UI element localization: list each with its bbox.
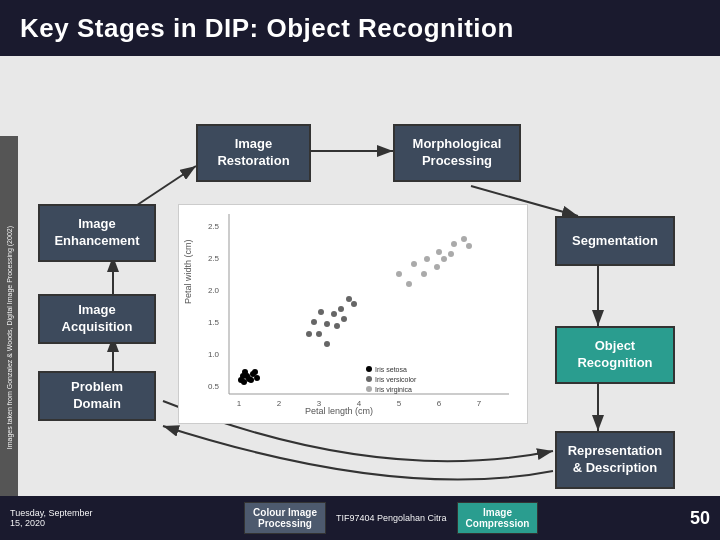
morphological-processing-box: Morphological Processing xyxy=(393,124,521,182)
svg-point-47 xyxy=(318,309,324,315)
content-area: Images taken from Gonzalez & Woods, Digi… xyxy=(0,56,720,540)
page-number: 50 xyxy=(690,508,710,529)
slide: Key Stages in DIP: Object Recognition Im… xyxy=(0,0,720,540)
svg-point-62 xyxy=(366,376,372,382)
svg-point-60 xyxy=(366,366,372,372)
svg-point-59 xyxy=(466,243,472,249)
svg-point-34 xyxy=(252,369,258,375)
svg-text:0.5: 0.5 xyxy=(208,382,220,391)
object-recognition-box: Object Recognition xyxy=(555,326,675,384)
image-acquisition-box: Image Acquisition xyxy=(38,294,156,344)
diagram: Image Restoration Morphological Processi… xyxy=(18,56,720,540)
svg-point-53 xyxy=(461,236,467,242)
slide-header: Key Stages in DIP: Object Recognition xyxy=(0,0,720,56)
image-enhancement-box: Image Enhancement xyxy=(38,204,156,262)
course-code-label: TIF97404 Pengolahan Citra xyxy=(336,513,447,523)
segmentation-box: Segmentation xyxy=(555,216,675,266)
image-restoration-box: Image Restoration xyxy=(196,124,311,182)
svg-point-48 xyxy=(396,271,402,277)
svg-text:4: 4 xyxy=(357,399,362,408)
bottom-boxes: Colour Image Processing TIF97404 Pengola… xyxy=(244,502,538,534)
svg-text:2.5: 2.5 xyxy=(208,254,220,263)
svg-point-42 xyxy=(334,323,340,329)
center-scatter-image: Petal width (cm) Petal length (cm) 0.5 1… xyxy=(178,204,528,424)
svg-text:3: 3 xyxy=(317,399,322,408)
scatter-plot-svg: Petal width (cm) Petal length (cm) 0.5 1… xyxy=(179,204,527,424)
svg-point-43 xyxy=(346,296,352,302)
side-label: Images taken from Gonzalez & Woods, Digi… xyxy=(0,136,18,540)
svg-text:Iris versicolor: Iris versicolor xyxy=(375,376,417,383)
representation-description-box: Representation & Description xyxy=(555,431,675,489)
svg-point-56 xyxy=(441,256,447,262)
svg-point-54 xyxy=(421,271,427,277)
slide-title: Key Stages in DIP: Object Recognition xyxy=(20,13,514,44)
svg-point-35 xyxy=(240,373,246,379)
svg-point-57 xyxy=(434,264,440,270)
svg-point-39 xyxy=(338,306,344,312)
bottom-bar: Tuesday, September 15, 2020 Colour Image… xyxy=(0,496,720,540)
image-compression-box: Image Compression xyxy=(457,502,539,534)
svg-point-51 xyxy=(436,249,442,255)
svg-point-41 xyxy=(311,319,317,325)
svg-point-64 xyxy=(366,386,372,392)
svg-point-37 xyxy=(324,321,330,327)
svg-text:Iris setosa: Iris setosa xyxy=(375,366,407,373)
svg-point-38 xyxy=(331,311,337,317)
svg-point-46 xyxy=(306,331,312,337)
svg-text:2: 2 xyxy=(277,399,282,408)
svg-text:2.0: 2.0 xyxy=(208,286,220,295)
svg-point-55 xyxy=(406,281,412,287)
svg-text:Petal length (cm): Petal length (cm) xyxy=(305,406,373,416)
svg-text:1: 1 xyxy=(237,399,242,408)
svg-text:Petal width (cm): Petal width (cm) xyxy=(183,239,193,304)
svg-point-36 xyxy=(316,331,322,337)
svg-point-58 xyxy=(448,251,454,257)
svg-point-49 xyxy=(411,261,417,267)
svg-text:1.0: 1.0 xyxy=(208,350,220,359)
svg-point-40 xyxy=(324,341,330,347)
svg-point-29 xyxy=(248,377,254,383)
svg-text:2.5: 2.5 xyxy=(208,222,220,231)
svg-point-45 xyxy=(341,316,347,322)
svg-point-32 xyxy=(254,375,260,381)
problem-domain-box: Problem Domain xyxy=(38,371,156,421)
date-info: Tuesday, September 15, 2020 xyxy=(10,508,93,528)
svg-point-44 xyxy=(351,301,357,307)
svg-point-52 xyxy=(451,241,457,247)
svg-text:6: 6 xyxy=(437,399,442,408)
svg-text:Iris virginica: Iris virginica xyxy=(375,386,412,394)
svg-point-50 xyxy=(424,256,430,262)
svg-text:5: 5 xyxy=(397,399,402,408)
colour-image-processing-box: Colour Image Processing xyxy=(244,502,326,534)
date-text: Tuesday, September 15, 2020 xyxy=(10,508,93,528)
svg-text:7: 7 xyxy=(477,399,482,408)
svg-text:1.5: 1.5 xyxy=(208,318,220,327)
